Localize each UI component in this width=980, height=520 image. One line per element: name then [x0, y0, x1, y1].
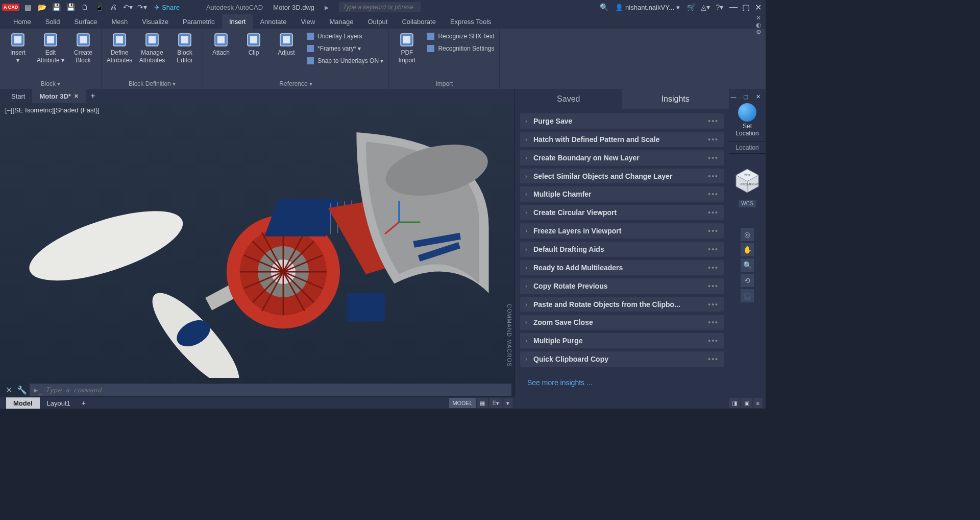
ribbon-tab-visualize[interactable]: Visualize [135, 14, 176, 29]
ribbon-tab-express-tools[interactable]: Express Tools [443, 14, 499, 29]
ribbon-tab-parametric[interactable]: Parametric [176, 14, 222, 29]
drawing-area[interactable]: StartMotor 3D*✕+ [–][SE Isometric][Shade… [0, 89, 514, 397]
ribbon-edit-button[interactable]: Edit Attribute ▾ [35, 30, 66, 66]
qat-web-icon[interactable]: 🗋 [79, 1, 91, 13]
command-input[interactable] [45, 386, 507, 394]
ribbon-manage-button[interactable]: Manage Attributes [136, 30, 168, 66]
panel-close-icon[interactable]: ✕ [752, 91, 764, 102]
ribbon-adjust-button[interactable]: Adjust [271, 30, 302, 59]
nav-pan-icon[interactable]: ✋ [741, 243, 754, 256]
insight-item[interactable]: ›Copy Rotate Previous••• [520, 278, 724, 294]
viewcube[interactable]: FRONT RIGHT TOP [733, 166, 762, 195]
autodesk-app-icon[interactable]: ◬▾ [699, 1, 712, 13]
insights-tab-insights[interactable]: Insights [622, 89, 729, 109]
help-icon[interactable]: ?▾ [714, 1, 726, 13]
nav-orbit-icon[interactable]: ⟲ [741, 274, 754, 287]
insights-tab-saved[interactable]: Saved [515, 89, 622, 109]
insight-item[interactable]: ›Select Similar Objects and Change Layer… [520, 169, 724, 184]
ribbon-group-label[interactable]: Block Definition ▾ [104, 79, 201, 89]
ribbon-group-label[interactable]: Block ▾ [2, 79, 99, 89]
ribbon-snap-to-underlays-on--button[interactable]: Snap to Underlays ON ▾ [303, 55, 386, 66]
insight-item[interactable]: ›Freeze Layers in Viewport••• [520, 223, 724, 239]
ribbon-group-label[interactable]: Import [391, 79, 497, 89]
wcs-badge[interactable]: WCS [739, 200, 755, 207]
insight-item[interactable]: ›Multiple Chamfer••• [520, 186, 724, 202]
insight-item[interactable]: ›Hatch with Defined Pattern and Scale••• [520, 132, 724, 147]
ribbon-tab-surface[interactable]: Surface [67, 14, 105, 29]
more-dots-icon[interactable]: ••• [708, 172, 719, 180]
ribbon-tab-mesh[interactable]: Mesh [104, 14, 135, 29]
ribbon-attach-button[interactable]: Attach [205, 30, 237, 59]
more-dots-icon[interactable]: ••• [708, 190, 719, 198]
ribbon-insert-button[interactable]: Insert ▾ [2, 30, 34, 66]
ribbon-tab-home[interactable]: Home [6, 14, 38, 29]
ribbon-recognize-shx-text-button[interactable]: Recognize SHX Text [424, 31, 497, 42]
more-dots-icon[interactable]: ••• [708, 318, 719, 326]
new-tab-button[interactable]: + [86, 89, 100, 103]
share-button[interactable]: ✈Share [150, 4, 184, 11]
insight-item[interactable]: ›Purge Save••• [520, 113, 724, 129]
ribbon--frames-vary--button[interactable]: *Frames vary* ▾ [303, 43, 386, 54]
more-dots-icon[interactable]: ••• [708, 282, 719, 290]
command-input-wrap[interactable]: ▸_ [30, 384, 511, 396]
file-tab-motor-3d-[interactable]: Motor 3D*✕ [32, 89, 85, 103]
qat-saveas-icon[interactable]: 💾 [64, 1, 77, 13]
status-more-icon[interactable]: ▾ [503, 398, 512, 408]
ribbon-tab-collaborate[interactable]: Collaborate [395, 14, 443, 29]
ribbon-tab-solid[interactable]: Solid [38, 14, 67, 29]
ribbon-underlay-layers-button[interactable]: Underlay Layers [303, 31, 386, 42]
ribbon-close-icon[interactable]: ✕ [753, 14, 764, 21]
viewport-canvas[interactable] [0, 103, 514, 397]
ribbon-block-button[interactable]: Block Editor [169, 30, 201, 66]
insight-item[interactable]: ›Create Boundary on New Layer••• [520, 150, 724, 166]
status-customize-icon[interactable]: ≡ [753, 398, 763, 408]
more-dots-icon[interactable]: ••• [708, 117, 719, 125]
qat-new-icon[interactable]: ▤ [21, 1, 34, 13]
insight-item[interactable]: ›Multiple Purge••• [520, 333, 724, 348]
minimize-button[interactable]: — [728, 2, 739, 13]
more-dots-icon[interactable]: ••• [708, 227, 719, 235]
more-dots-icon[interactable]: ••• [708, 337, 719, 345]
status-grid-dropdown-icon[interactable]: ⠿▾ [489, 398, 502, 408]
ribbon-pdf-button[interactable]: PDF Import [391, 30, 423, 66]
doc-dropdown-icon[interactable]: ▸ [325, 3, 329, 12]
see-more-insights-link[interactable]: See more insights ... [527, 379, 593, 387]
status-grid-icon[interactable]: ▦ [477, 398, 488, 408]
cmd-customize-icon[interactable]: 🔧 [16, 384, 28, 395]
qat-redo-icon[interactable]: ↷▾ [136, 1, 148, 13]
ribbon-tab-view[interactable]: View [293, 14, 322, 29]
qat-print-icon[interactable]: 🖨 [107, 1, 119, 13]
nav-zoom-icon[interactable]: 🔍 [741, 258, 754, 272]
file-tab-start[interactable]: Start [4, 89, 32, 103]
ribbon-recognition-settings-button[interactable]: Recognition Settings [424, 43, 497, 54]
more-dots-icon[interactable]: ••• [708, 154, 719, 162]
ribbon-tab-manage[interactable]: Manage [322, 14, 360, 29]
ribbon-create-button[interactable]: Create Block [67, 30, 99, 66]
insight-item[interactable]: ›Zoom Save Close••• [520, 315, 724, 330]
set-location-button[interactable]: Set Location [729, 99, 766, 142]
insight-item[interactable]: ›Paste and Rotate Objects from the Clipb… [520, 297, 724, 312]
search-icon[interactable]: 🔍 [598, 1, 610, 13]
ribbon-define-button[interactable]: Define Attributes [104, 30, 135, 66]
ribbon-group-label[interactable]: Reference ▾ [205, 79, 386, 89]
panel-minimize-icon[interactable]: — [728, 91, 739, 102]
cmd-close-icon[interactable]: ✕ [3, 384, 14, 395]
qat-mobile-icon[interactable]: 📱 [93, 1, 105, 13]
qat-undo-icon[interactable]: ↶▾ [121, 1, 134, 13]
insight-item[interactable]: ›Ready to Add Multileaders••• [520, 260, 724, 275]
insight-item[interactable]: ›Default Drafting Aids••• [520, 242, 724, 257]
cart-icon[interactable]: 🛒 [685, 1, 697, 13]
command-macros-label[interactable]: COMMAND MACROS [506, 304, 512, 367]
more-dots-icon[interactable]: ••• [708, 355, 719, 363]
more-dots-icon[interactable]: ••• [708, 300, 719, 309]
close-tab-icon[interactable]: ✕ [74, 93, 79, 100]
new-layout-button[interactable]: + [78, 397, 90, 409]
more-dots-icon[interactable]: ••• [708, 208, 719, 217]
insight-item[interactable]: ›Create Circular Viewport••• [520, 205, 724, 220]
model-space-button[interactable]: MODEL [449, 398, 475, 408]
qat-open-icon[interactable]: 📂 [36, 1, 48, 13]
ribbon-settings-icon[interactable]: ⚙ [753, 29, 764, 36]
ribbon-tab-insert[interactable]: Insert [222, 14, 253, 29]
status-isolate-icon[interactable]: ◨ [729, 398, 740, 408]
close-button[interactable]: ✕ [752, 2, 764, 13]
